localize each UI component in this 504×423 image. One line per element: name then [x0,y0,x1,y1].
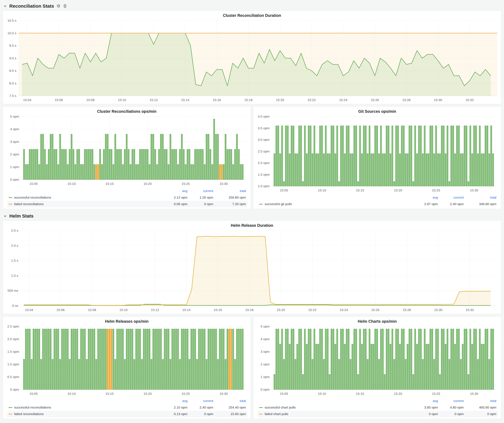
chevron-down-icon [3,4,7,8]
svg-text:15:30: 15:30 [220,392,228,395]
svg-text:1.0 s: 1.0 s [11,274,18,277]
legend-value: 7.20 opm [215,201,247,207]
legend-value: 1.20 opm [189,194,215,201]
svg-text:15:15: 15:15 [356,188,364,192]
svg-text:500 ms: 500 ms [7,289,18,292]
legend-value: 4.80 opm [439,404,465,411]
svg-text:4 opm: 4 opm [10,127,19,131]
svg-text:15:20: 15:20 [277,308,285,312]
svg-text:0 opm: 0 opm [10,388,19,391]
svg-text:15:16: 15:16 [213,98,221,102]
legend-series-label[interactable]: successful git pulls [258,201,414,207]
svg-text:15:25: 15:25 [181,182,190,186]
svg-text:9.5 s: 9.5 s [9,44,16,47]
legend-value: 0 opm [414,411,439,417]
legend-value: 256.80 opm [215,194,247,201]
legend-col-current[interactable]: current [189,398,215,404]
legend-value: 0.06 opm [163,201,189,207]
cluster-reconciliation-duration-chart[interactable]: 15:0415:0615:0815:1015:1215:1415:1615:18… [3,18,501,104]
legend-value: 0 opm [189,201,215,207]
legend-series-label[interactable]: successful reconciliations [7,404,163,411]
svg-text:3 opm: 3 opm [261,350,270,353]
svg-text:15:14: 15:14 [181,98,189,102]
svg-text:1.0 opm: 1.0 opm [7,362,19,366]
legend-col-total[interactable]: total [215,398,247,404]
series-color-mark [9,204,12,205]
chart-svg: 15:0415:0615:0815:1015:1215:1415:1615:18… [3,228,501,314]
svg-text:4.0 opm: 4.0 opm [258,115,270,118]
legend-series-label[interactable]: successful reconciliations [7,194,163,201]
series-color-mark [9,414,12,414]
legend-value: 2.40 opm [189,404,215,411]
panel-title[interactable]: Git Sources ops/min [253,107,501,114]
row-header-helm-stats[interactable]: Helm Stats [3,212,501,221]
trash-icon[interactable] [63,4,67,8]
svg-text:1.5 s: 1.5 s [11,259,18,262]
panel-cluster-reconciliation-duration: Cluster Reconciliation Duration 15:0415:… [3,11,501,104]
legend-col-current[interactable]: current [439,194,465,201]
svg-text:3.5 opm: 3.5 opm [258,126,270,130]
svg-text:0 opm: 0 opm [10,178,19,181]
legend-series-label[interactable]: failed reconciliations [7,411,163,417]
svg-text:15:20: 15:20 [276,98,284,102]
legend-series-label[interactable]: failed chart pulls [258,411,414,417]
svg-text:2.0 opm: 2.0 opm [7,337,19,341]
svg-text:15:10: 15:10 [318,188,326,192]
legend-col-avg[interactable]: avg [414,194,439,201]
legend-col-total[interactable]: total [215,188,247,194]
legend-col-current[interactable]: current [439,398,465,404]
svg-text:15:05: 15:05 [280,392,288,395]
svg-text:5 opm: 5 opm [10,115,19,118]
legend-value: 2.40 opm [439,201,465,207]
svg-text:15:05: 15:05 [30,392,38,395]
legend-col-current[interactable]: current [189,188,215,194]
legend-col-avg[interactable]: avg [163,398,189,404]
panel-title[interactable]: Cluster Reconciliations ops/min [3,107,251,114]
legend-col-avg[interactable]: avg [163,188,189,194]
svg-text:15:12: 15:12 [151,308,159,312]
svg-text:15:30: 15:30 [434,308,443,312]
svg-text:8.0 s: 8.0 s [9,82,16,85]
svg-text:0 ns: 0 ns [12,304,18,307]
legend-value: 254.40 opm [215,404,247,411]
svg-text:15:24: 15:24 [340,308,348,312]
gear-icon[interactable]: ⚙ [57,4,60,8]
panel-title[interactable]: Helm Charts ops/min [253,317,501,324]
svg-text:2.5 opm: 2.5 opm [258,150,270,153]
svg-text:2.0 opm: 2.0 opm [258,161,270,165]
svg-text:15:25: 15:25 [432,392,440,395]
legend-value: 0 opm [189,411,215,417]
panel-title[interactable]: Cluster Reconciliation Duration [3,11,501,18]
legend-col-total[interactable]: total [465,194,498,201]
legend-series-label[interactable]: failed reconciliations [7,201,163,207]
svg-text:15:25: 15:25 [181,392,190,395]
panel-cluster-reconciliations-opm: Cluster Reconciliations ops/min 15:0515:… [3,106,251,209]
legend-col-total[interactable]: total [465,398,498,404]
helm-charts-opm-chart[interactable]: 15:0515:1015:1515:2015:2515:300 opm1 opm… [253,324,501,398]
svg-text:15:04: 15:04 [25,308,33,312]
legend-value: 2.10 opm [163,404,189,411]
legend-value: 3.85 opm [414,404,439,411]
cluster-reconciliations-opm-chart[interactable]: 15:0515:1015:1515:2015:2515:300 opm1 opm… [3,114,251,188]
series-color-mark [9,407,12,408]
legend-value: 2.87 opm [414,201,439,207]
svg-text:15:28: 15:28 [402,98,411,102]
svg-text:15:20: 15:20 [394,188,402,192]
helm-releases-opm-chart[interactable]: 15:0515:1015:1515:2015:2515:300 opm0.5 o… [3,324,251,398]
svg-text:15:18: 15:18 [245,308,253,312]
legend-series-label[interactable]: successful chart pulls [258,404,414,411]
svg-text:10.5 s: 10.5 s [7,19,16,22]
legend-value: 0.13 opm [163,411,189,417]
svg-text:1 opm: 1 opm [261,375,270,379]
legend-value: 15.60 opm [215,411,247,417]
git-sources-opm-chart[interactable]: 15:0515:1015:1515:2015:2515:301.0 opm1.5… [253,114,501,194]
svg-text:1.5 opm: 1.5 opm [258,173,270,176]
svg-text:15:30: 15:30 [434,98,442,102]
panel-title[interactable]: Helm Release Duration [3,221,501,228]
chevron-down-icon [3,214,7,218]
helm-release-duration-chart[interactable]: 15:0415:0615:0815:1015:1215:1415:1615:18… [3,228,501,314]
series-color-mark [259,407,263,408]
row-header-reconciliation-stats[interactable]: Reconciliation Stats ⚙ [3,1,501,11]
legend-col-avg[interactable]: avg [414,398,439,404]
panel-title[interactable]: Helm Releases ops/min [3,317,251,324]
